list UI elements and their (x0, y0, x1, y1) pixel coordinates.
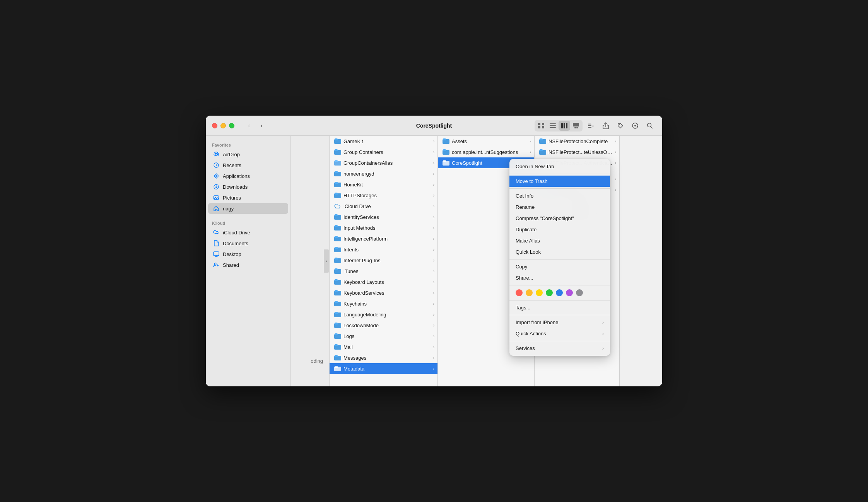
file-item-lockdown-mode[interactable]: LockdownMode › (330, 320, 437, 331)
file-name: IdentityServices (343, 214, 431, 220)
file-arrow: › (615, 139, 616, 143)
file-item-intelligence-platform[interactable]: IntelligencePlatform › (330, 233, 437, 244)
file-item-identity-services[interactable]: IdentityServices › (330, 212, 437, 222)
ctx-quick-actions[interactable]: Quick Actions › (509, 328, 610, 339)
file-name: KeyboardServices (343, 290, 431, 296)
file-name: Mail (343, 344, 431, 350)
svg-rect-11 (574, 127, 576, 128)
view-gallery-button[interactable] (570, 121, 582, 131)
file-item-httpstorages[interactable]: HTTPStorages › (330, 190, 437, 201)
svg-text:▾: ▾ (592, 125, 594, 128)
file-item-homeenergyd[interactable]: homeenergyd › (330, 168, 437, 179)
sidebar-item-airdrop[interactable]: AirDrop (208, 149, 288, 160)
sidebar-item-desktop[interactable]: Desktop (208, 249, 288, 260)
file-item-assets[interactable]: Assets › (438, 136, 534, 147)
column-expand-button[interactable]: › (324, 249, 329, 273)
folder-icon (334, 203, 341, 210)
svg-rect-8 (564, 123, 565, 128)
sidebar-item-pictures[interactable]: Pictures (208, 192, 288, 203)
file-arrow: › (433, 280, 434, 284)
file-column-2: GameKit › Group Containers › GroupContai… (330, 136, 438, 386)
sidebar-item-downloads[interactable]: Downloads (208, 181, 288, 192)
file-arrow: › (433, 312, 434, 317)
file-arrow: › (433, 345, 434, 349)
file-item-homekit[interactable]: HomeKit › (330, 179, 437, 190)
ctx-label: Duplicate (516, 227, 537, 232)
view-columns-button[interactable] (559, 121, 570, 131)
file-item-metadata[interactable]: Metadata › (330, 363, 437, 374)
back-button[interactable]: ‹ (244, 120, 255, 131)
file-name: Logs (343, 333, 431, 339)
file-item-input-methods[interactable]: Input Methods › (330, 222, 437, 233)
file-item-group-containers[interactable]: Group Containers › (330, 147, 437, 157)
partial-text: oding (311, 358, 323, 364)
ctx-rename[interactable]: Rename (509, 201, 610, 213)
file-item-icloud-drive[interactable]: iCloud Drive › (330, 201, 437, 212)
search-button[interactable] (644, 120, 656, 132)
view-list-button[interactable] (547, 121, 559, 131)
file-item-keyboard-services[interactable]: KeyboardServices › (330, 287, 437, 298)
ctx-get-info[interactable]: Get Info (509, 190, 610, 201)
file-item-ns-protection-complete[interactable]: NSFileProtectionComplete › (535, 136, 619, 147)
file-item-language-modeling[interactable]: LanguageModeling › (330, 309, 437, 320)
file-arrow: › (433, 172, 434, 176)
ctx-move-to-trash[interactable]: Move to Trash (509, 176, 610, 187)
file-item-ns-protection-unless[interactable]: NSFileProtect...teUnlessOpen › (535, 147, 619, 157)
ctx-tags-item[interactable]: Tags... (509, 302, 610, 313)
action-button[interactable]: ▾ (629, 120, 641, 132)
tag-purple[interactable] (566, 289, 573, 296)
ctx-make-alias[interactable]: Make Alias (509, 235, 610, 246)
file-name: Keychains (343, 301, 431, 307)
ctx-submenu-arrow: › (602, 320, 604, 325)
file-item-intents[interactable]: Intents › (330, 244, 437, 255)
close-button[interactable] (212, 123, 217, 128)
file-item-messages[interactable]: Messages › (330, 352, 437, 363)
ctx-import-iphone[interactable]: Import from iPhone › (509, 317, 610, 328)
ctx-label: Copy (516, 264, 527, 270)
file-item-logs[interactable]: Logs › (330, 331, 437, 341)
ctx-label: Import from iPhone (516, 319, 559, 325)
file-item-internet-plugins[interactable]: Internet Plug-Ins › (330, 255, 437, 266)
folder-icon (334, 343, 341, 350)
ctx-open-new-tab[interactable]: Open in New Tab (509, 161, 610, 172)
forward-button[interactable]: › (256, 120, 267, 131)
sidebar-item-documents[interactable]: Documents (208, 238, 288, 249)
sidebar-item-nagy[interactable]: nagy (208, 203, 288, 214)
file-item-itunes[interactable]: iTunes › (330, 266, 437, 277)
svg-rect-29 (214, 252, 219, 256)
tag-yellow[interactable] (536, 289, 543, 296)
file-name: NSFileProtect...teUnlessOpen (548, 149, 613, 155)
sidebar-item-recents[interactable]: Recents (208, 160, 288, 171)
maximize-button[interactable] (229, 123, 234, 128)
file-item-mail[interactable]: Mail › (330, 341, 437, 352)
file-item-group-containers-alias[interactable]: GroupContainersAlias › (330, 157, 437, 168)
minimize-button[interactable] (220, 123, 226, 128)
downloads-icon (213, 183, 220, 190)
tag-gray[interactable] (576, 289, 583, 296)
sidebar-item-shared[interactable]: Shared (208, 260, 288, 270)
file-item-keychains[interactable]: Keychains › (330, 298, 437, 309)
tag-blue[interactable] (556, 289, 563, 296)
folder-icon (334, 181, 341, 188)
tag-orange[interactable] (526, 289, 533, 296)
tag-button[interactable] (614, 120, 627, 132)
file-name: iCloud Drive (343, 203, 431, 209)
ctx-share[interactable]: Share... (509, 272, 610, 283)
ctx-copy[interactable]: Copy (509, 261, 610, 272)
tag-green[interactable] (546, 289, 553, 296)
group-button[interactable]: ▾ (585, 120, 597, 132)
share-button[interactable] (600, 120, 612, 132)
file-name: Internet Plug-Ins (343, 258, 431, 263)
view-icons-button[interactable] (535, 121, 547, 131)
svg-point-17 (619, 124, 620, 125)
sidebar-item-applications[interactable]: Applications (208, 171, 288, 181)
ctx-duplicate[interactable]: Duplicate (509, 224, 610, 235)
sidebar-item-icloud-drive[interactable]: iCloud Drive (208, 227, 288, 238)
file-item-keyboard-layouts[interactable]: Keyboard Layouts › (330, 277, 437, 287)
file-item-com-apple-int[interactable]: com.apple.Int...ntSuggestions › (438, 147, 534, 157)
ctx-services[interactable]: Services › (509, 343, 610, 354)
tag-red[interactable] (516, 289, 523, 296)
ctx-compress[interactable]: Compress "CoreSpotlight" (509, 213, 610, 224)
file-item-gamekit[interactable]: GameKit › (330, 136, 437, 147)
ctx-quick-look[interactable]: Quick Look (509, 246, 610, 258)
